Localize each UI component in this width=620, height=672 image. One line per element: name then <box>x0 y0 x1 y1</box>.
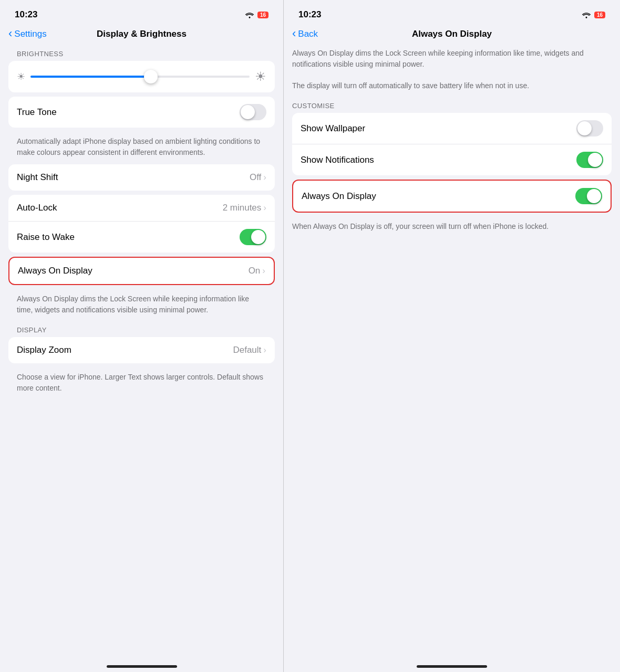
display-zoom-chevron: › <box>263 345 266 355</box>
show-wallpaper-row: Show Wallpaper <box>292 113 612 144</box>
true-tone-toggle-knob <box>241 105 255 119</box>
home-indicator-left <box>0 654 283 672</box>
true-tone-row: True Tone <box>8 97 275 128</box>
show-notifications-toggle[interactable] <box>576 152 603 168</box>
show-notifications-knob <box>588 153 602 167</box>
raise-to-wake-label: Raise to Wake <box>17 232 75 243</box>
always-on-display-toggle[interactable] <box>575 188 602 204</box>
back-chevron-left: ‹ <box>8 28 12 39</box>
status-bar-right: 10:23 16 <box>284 0 620 26</box>
night-shift-value: Off › <box>250 172 266 183</box>
time-left: 10:23 <box>15 9 37 20</box>
right-panel: 10:23 16 ‹ Back Always On Display Always… <box>284 0 620 672</box>
autolock-raise-card: Auto-Lock 2 minutes › Raise to Wake <box>8 195 275 253</box>
always-on-display-right-label: Always On Display <box>302 191 376 202</box>
display-zoom-card: Display Zoom Default › <box>8 337 275 363</box>
always-on-off-desc: When Always On Display is off, your scre… <box>292 217 612 238</box>
auto-lock-row[interactable]: Auto-Lock 2 minutes › <box>8 195 275 221</box>
time-right: 10:23 <box>298 9 321 20</box>
show-notifications-label: Show Notifications <box>301 155 374 165</box>
back-button-right[interactable]: ‹ Back <box>292 28 318 39</box>
battery-badge-left: 16 <box>257 12 268 18</box>
status-icons-left: 16 <box>245 11 268 18</box>
true-tone-card: True Tone <box>8 97 275 128</box>
always-on-display-card-highlighted: Always On Display On › <box>8 257 275 285</box>
always-on-display-right-row: Always On Display <box>293 181 611 212</box>
brightness-slider[interactable] <box>30 76 250 78</box>
right-desc1: Always On Display dims the Lock Screen w… <box>292 46 612 76</box>
left-content: BRIGHTNESS ☀ ☀ True Tone Automatically a… <box>0 46 283 654</box>
always-on-display-right-card: Always On Display <box>292 180 612 213</box>
auto-lock-chevron: › <box>263 203 266 213</box>
right-content: Always On Display dims the Lock Screen w… <box>284 46 620 654</box>
home-bar-right <box>417 665 487 668</box>
always-on-display-label: Always On Display <box>18 266 92 276</box>
true-tone-toggle[interactable] <box>240 104 266 120</box>
home-indicator-right <box>284 654 620 672</box>
sun-small-icon: ☀ <box>17 71 25 82</box>
nav-bar-right: ‹ Back Always On Display <box>284 26 620 46</box>
brightness-row[interactable]: ☀ ☀ <box>17 69 266 84</box>
display-zoom-label: Display Zoom <box>17 345 71 355</box>
back-chevron-right: ‹ <box>292 28 296 39</box>
battery-badge-right: 16 <box>594 12 605 18</box>
back-button-left[interactable]: ‹ Settings <box>8 28 47 39</box>
show-wallpaper-label: Show Wallpaper <box>301 123 365 134</box>
right-desc2: The display will turn off automatically … <box>292 76 612 98</box>
page-title-left: Display & Brightness <box>97 29 187 39</box>
nav-bar-left: ‹ Settings Display & Brightness <box>0 26 283 46</box>
true-tone-desc: Automatically adapt iPhone display based… <box>8 132 275 164</box>
display-zoom-value: Default › <box>233 345 266 355</box>
display-section-label: DISPLAY <box>8 322 275 337</box>
always-on-desc: Always On Display dims the Lock Screen w… <box>8 289 275 322</box>
always-on-display-chevron: › <box>262 266 265 276</box>
battery-left: 16 <box>257 12 268 18</box>
brightness-label: BRIGHTNESS <box>8 46 275 61</box>
back-label-right: Back <box>298 29 318 39</box>
night-shift-chevron: › <box>263 172 266 183</box>
show-notifications-row: Show Notifications <box>292 144 612 175</box>
always-on-display-row[interactable]: Always On Display On › <box>9 258 274 284</box>
always-on-display-knob <box>587 189 601 203</box>
true-tone-label: True Tone <box>17 107 57 118</box>
home-bar-left <box>107 665 177 668</box>
slider-fill <box>30 76 151 78</box>
display-zoom-row[interactable]: Display Zoom Default › <box>8 337 275 363</box>
status-bar-left: 10:23 16 <box>0 0 283 26</box>
brightness-card: ☀ ☀ <box>8 61 275 92</box>
night-shift-card: Night Shift Off › <box>8 164 275 191</box>
raise-to-wake-knob <box>251 230 265 244</box>
raise-to-wake-toggle[interactable] <box>240 229 266 245</box>
night-shift-row[interactable]: Night Shift Off › <box>8 164 275 191</box>
battery-right: 16 <box>594 12 605 18</box>
show-wallpaper-knob <box>577 121 592 135</box>
auto-lock-label: Auto-Lock <box>17 203 57 213</box>
customise-card: Show Wallpaper Show Notifications <box>292 113 612 175</box>
raise-to-wake-row: Raise to Wake <box>8 221 275 253</box>
customise-label: CUSTOMISE <box>292 98 612 113</box>
page-title-right: Always On Display <box>412 29 492 39</box>
status-icons-right: 16 <box>582 11 605 18</box>
wifi-icon-right <box>582 11 591 18</box>
back-label-left: Settings <box>14 29 46 39</box>
night-shift-label: Night Shift <box>17 172 58 183</box>
wifi-icon-left <box>245 11 254 18</box>
left-panel: 10:23 16 ‹ Settings Display & Brightness… <box>0 0 284 672</box>
show-wallpaper-toggle[interactable] <box>576 120 603 136</box>
display-zoom-desc: Choose a view for iPhone. Larger Text sh… <box>8 368 275 400</box>
slider-thumb <box>144 70 158 83</box>
auto-lock-value: 2 minutes › <box>223 203 266 213</box>
sun-large-icon: ☀ <box>255 69 266 84</box>
always-on-display-value: On › <box>249 266 265 276</box>
